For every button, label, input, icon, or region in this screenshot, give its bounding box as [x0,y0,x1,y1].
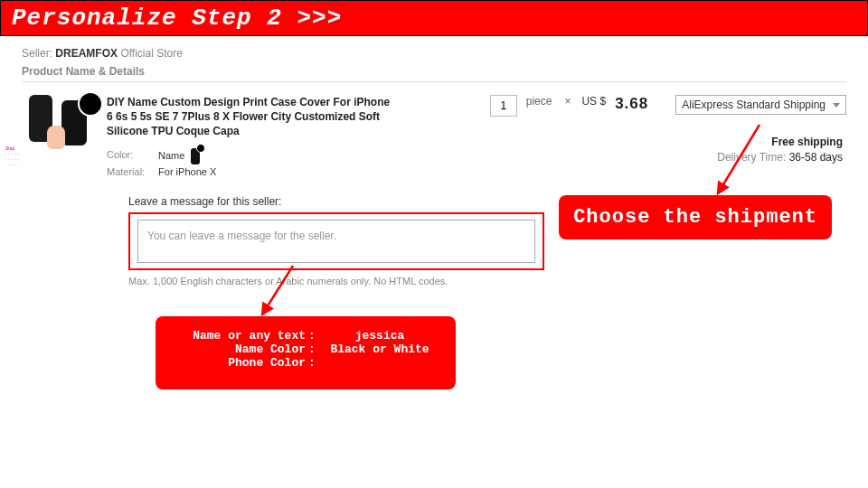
form-row1-label: Name or any text [170,329,306,343]
purchase-line: piece × US $ 3.68 AliExpress Standard Sh… [490,95,846,117]
product-title[interactable]: DIY Name Custom Design Print Case Cover … [107,95,396,139]
quantity-input[interactable] [490,95,517,117]
form-row1-value: jessica [318,329,441,343]
svg-line-0 [718,125,760,193]
product-thumbnail[interactable]: Step· · · · · ·· · · · · ·· · · · · · [27,95,98,165]
callout-shipment: Choose the shipment [559,195,832,239]
message-highlight-box: You can leave a message for the seller. [128,212,544,270]
form-row3-value [318,356,441,370]
step-title: Personalize Step 2 >>> [12,5,342,32]
unit-label: piece [526,95,552,108]
message-area: Leave a message for this seller: You can… [128,195,544,286]
option-color: Color: Name [107,148,396,164]
product-details: DIY Name Custom Design Print Case Cover … [107,95,396,179]
shipping-option-label: AliExpress Standard Shipping [682,99,826,111]
arrow-to-form [259,266,313,320]
form-row2-label: Name Color [170,343,306,356]
material-value: For iPhone X [158,166,216,177]
message-textarea[interactable]: You can leave a message for the seller. [137,220,535,263]
price-value: 3.68 [615,95,648,113]
callout-form: Name or any text : jessica Name Color : … [156,316,456,389]
message-section-label: Leave a message for this seller: [128,195,544,208]
section-label: Product Name & Details [22,65,846,78]
currency-label: US $ [581,95,606,108]
header-banner: Personalize Step 2 >>> [0,0,868,36]
color-swatch-icon [191,148,200,164]
seller-name[interactable]: DREAMFOX [55,47,118,60]
seller-store[interactable]: Official Store [120,47,182,60]
shipping-select[interactable]: AliExpress Standard Shipping [675,95,846,115]
delivery-time-value: 36-58 days [789,151,843,164]
material-label: Material: [107,166,156,177]
form-row2-value: Black or White [318,343,441,356]
seller-label: Seller: [22,47,52,60]
form-row3-label: Phone Color [170,356,306,370]
message-hint: Max. 1,000 English characters or Arabic … [128,276,544,286]
arrow-to-shipment [714,125,769,197]
color-value: Name [158,149,184,160]
times-symbol: × [564,95,571,108]
color-label: Color: [107,149,156,160]
seller-line: Seller: DREAMFOX Official Store [22,47,846,60]
option-material: Material: For iPhone X [107,166,396,177]
chevron-down-icon [833,103,840,108]
divider [22,81,846,82]
svg-line-1 [262,266,293,314]
